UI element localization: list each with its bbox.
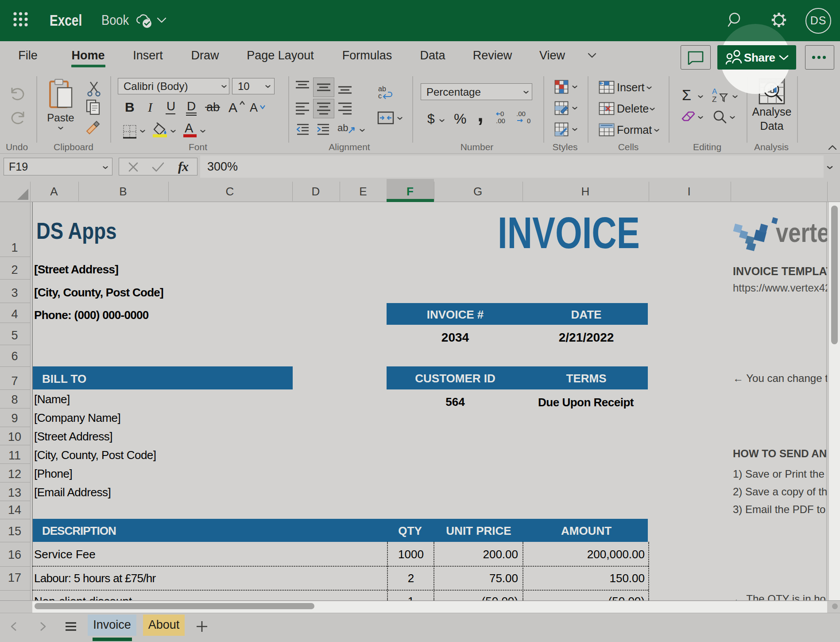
- svg-text:.00: .00: [516, 111, 526, 117]
- svg-text:0: 0: [500, 111, 504, 117]
- svg-text:c: c: [378, 92, 382, 100]
- svg-text:.00: .00: [496, 117, 505, 125]
- svg-text:ab: ab: [378, 85, 386, 93]
- svg-text:A: A: [712, 88, 717, 96]
- svg-text:ab: ab: [337, 122, 348, 133]
- svg-text:Z: Z: [712, 95, 716, 104]
- svg-text:0: 0: [527, 117, 530, 125]
